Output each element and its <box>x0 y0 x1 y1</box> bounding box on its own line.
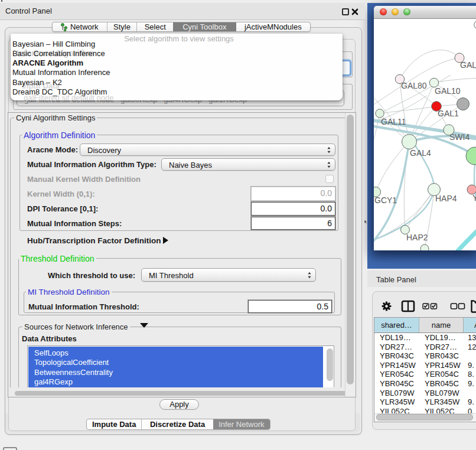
svg-text:GAL10: GAL10 <box>435 86 461 96</box>
svg-text:GAL: GAL <box>460 60 476 70</box>
svg-text:GAL4: GAL4 <box>410 148 431 158</box>
svg-text:HAP4: HAP4 <box>435 194 457 203</box>
svg-text:Y: Y <box>472 193 476 203</box>
svg-text:GAL80: GAL80 <box>401 81 427 90</box>
svg-text:GCY1: GCY1 <box>374 195 397 205</box>
svg-text:GAL1: GAL1 <box>438 109 459 118</box>
svg-text:HAP2: HAP2 <box>406 233 428 242</box>
svg-text:GAL11: GAL11 <box>381 117 406 126</box>
svg-text:SWI4: SWI4 <box>449 132 470 142</box>
